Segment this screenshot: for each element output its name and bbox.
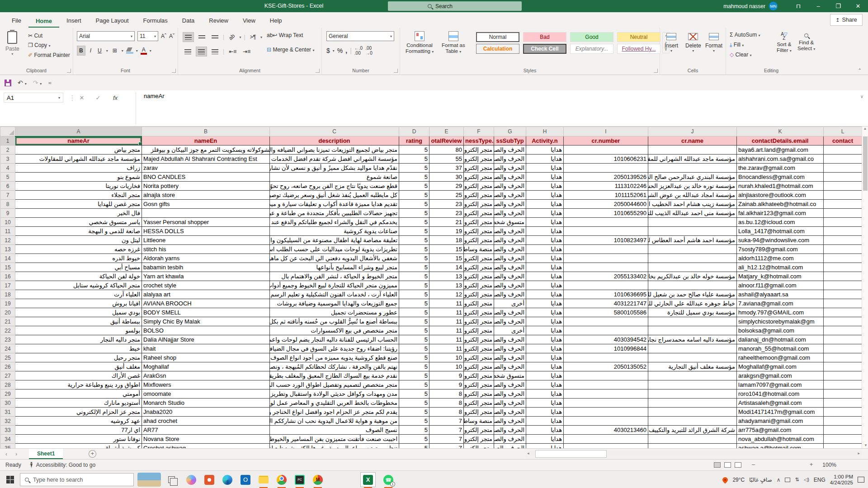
cell[interactable]: احببت صنعت فأتقنت متميزون بفن المسامير و… — [270, 435, 399, 444]
row-header[interactable]: 3 — [0, 155, 15, 164]
cell[interactable]: مؤسسة داليه اسامه محمدسراج نجار للفنو — [648, 335, 737, 344]
collapse-ribbon-icon[interactable]: ⌃ — [858, 68, 862, 73]
cell[interactable]: غرزه حصه — [15, 245, 142, 254]
cell[interactable]: هدايا — [526, 155, 564, 164]
cell[interactable] — [648, 435, 737, 444]
cell[interactable]: متجر إلكتروني — [464, 326, 494, 335]
cell[interactable]: 15 — [429, 254, 464, 263]
row-header[interactable]: 17 — [0, 281, 15, 290]
cell[interactable]: متجر النجلاء — [15, 191, 142, 200]
cell[interactable]: هدايا — [526, 164, 564, 173]
cell[interactable] — [648, 408, 737, 417]
cell[interactable]: خيوط الدره — [15, 254, 142, 263]
cell[interactable]: 1010636695 — [564, 290, 648, 299]
row-header[interactable]: 24 — [0, 344, 15, 353]
cell[interactable]: fal.alkhair123@gmail.com — [737, 209, 824, 218]
cell[interactable]: هدايا — [526, 200, 564, 209]
cell[interactable]: كل مايطلبه العميل يُنفذ شغل أنيق وسعر ير… — [270, 191, 399, 200]
cell[interactable]: 7 — [429, 426, 464, 435]
field-header-cell[interactable]: otalReview — [429, 136, 464, 145]
horizontal-scrollbar[interactable]: ◂ ▸ — [525, 450, 862, 458]
cell[interactable]: 5 — [399, 281, 429, 290]
format-painter-button[interactable]: ✐ Format Painter — [28, 51, 70, 60]
cell[interactable]: متجر إلكتروني — [464, 399, 494, 408]
tab-formulas[interactable]: Formulas — [136, 14, 175, 28]
cell[interactable]: الحرف والصنا — [494, 389, 526, 399]
cell[interactable]: nurah.khaled1@hotmail.com — [737, 182, 824, 191]
style-check-cell[interactable]: Check Cell — [523, 44, 566, 54]
task-view-icon[interactable] — [168, 476, 175, 483]
cell[interactable] — [824, 254, 862, 263]
cell[interactable]: الحرف والصنا — [494, 254, 526, 263]
cell[interactable] — [824, 426, 862, 435]
cell[interactable]: 5 — [399, 362, 429, 371]
cell[interactable]: تطريزات يدوية لوحات ميداليات على حسب الط… — [270, 245, 399, 254]
cell[interactable]: هدايا — [526, 417, 564, 426]
cell[interactable]: صناعات يدوية كروشية — [270, 227, 399, 236]
tab-data[interactable]: Data — [175, 14, 202, 28]
row-header[interactable]: 18 — [0, 290, 15, 299]
cell[interactable]: 11 — [429, 299, 464, 308]
style-good[interactable]: Good — [570, 32, 613, 42]
cell[interactable]: متجر إلكتروني — [464, 263, 494, 272]
style-followed-hyperlink[interactable]: Followed Hy... — [617, 44, 660, 54]
cell[interactable] — [824, 371, 862, 380]
cell[interactable]: 37 — [429, 164, 464, 173]
tab-home[interactable]: Home — [28, 14, 59, 28]
cell[interactable]: Majed Abdullah Al Shahrani Contracting E… — [142, 155, 270, 164]
cell[interactable]: 7.aviana@gmail.com — [737, 299, 824, 308]
cell[interactable] — [564, 371, 648, 380]
tab-page-layout[interactable]: Page Layout — [89, 14, 136, 28]
cell[interactable]: 1010823497 — [564, 236, 648, 245]
cell[interactable]: Raheel shop — [142, 353, 270, 362]
column-header-F[interactable]: F — [464, 127, 494, 136]
cell[interactable] — [824, 263, 862, 272]
row-header[interactable]: 34 — [0, 435, 15, 444]
zoom-out-icon[interactable]: – — [752, 461, 755, 468]
cell[interactable]: مؤسسة الشهراني افضل شركة تقدم افضل الخدم… — [270, 155, 399, 164]
tab-view[interactable]: View — [236, 14, 263, 28]
cell[interactable] — [564, 435, 648, 444]
cell[interactable]: ahadyamani@gmail.com — [737, 417, 824, 426]
cell[interactable]: هدايا — [526, 263, 564, 272]
cell[interactable]: كروشية أشواق — [15, 444, 142, 449]
cell[interactable] — [824, 408, 862, 417]
browser-profile-m-icon[interactable]: M — [313, 475, 323, 485]
row-header[interactable]: 35 — [0, 444, 15, 449]
cell[interactable]: BNO CANDLES — [142, 173, 270, 182]
row-header[interactable]: 14 — [0, 254, 15, 263]
cell[interactable]: هدايا — [526, 408, 564, 417]
enter-icon[interactable]: ✓ — [92, 93, 104, 103]
share-button[interactable]: ↥ Share — [830, 14, 863, 26]
cell[interactable]: Dalia AlNajjar Store — [142, 335, 270, 344]
cell[interactable]: BODY SMELL — [142, 308, 270, 317]
row-header[interactable]: 27 — [0, 371, 15, 380]
cell[interactable]: alshahrani.com.sa@gmail.co — [737, 155, 824, 164]
weather-temp[interactable]: 29°C — [732, 477, 745, 483]
chrome-icon[interactable] — [277, 475, 287, 485]
cell[interactable] — [824, 435, 862, 444]
cell[interactable]: متجر إلكتروني — [464, 408, 494, 417]
cell[interactable]: أمومتي — [15, 389, 142, 399]
cell[interactable]: 11 — [429, 317, 464, 326]
cell[interactable]: 21 — [429, 218, 464, 227]
cell[interactable]: متجر إلكتروني — [464, 191, 494, 200]
cell[interactable]: 7 — [429, 435, 464, 444]
cell[interactable]: Artistasaleh@gmail.com — [737, 399, 824, 408]
cell[interactable] — [824, 344, 862, 353]
hscroll-left-icon[interactable]: ◂ — [527, 451, 529, 455]
cell[interactable]: متجر رحيل — [15, 353, 142, 362]
cell[interactable]: raheelthemoon@gmail.com — [737, 353, 824, 362]
cell[interactable] — [648, 326, 737, 335]
cell[interactable] — [648, 399, 737, 408]
cell[interactable]: غصن الأراك — [15, 371, 142, 380]
cell[interactable]: 11 — [429, 326, 464, 335]
cell[interactable] — [648, 164, 737, 173]
cell[interactable]: متجر إلكتروني — [464, 371, 494, 380]
outlook-icon[interactable]: O — [241, 475, 250, 485]
cell[interactable]: Novana Store — [142, 435, 270, 444]
cell[interactable] — [564, 317, 648, 326]
cell[interactable]: الحرف والصنا — [494, 362, 526, 371]
cell[interactable]: 4030213460 — [564, 426, 648, 435]
store-app-icon[interactable] — [204, 475, 214, 485]
